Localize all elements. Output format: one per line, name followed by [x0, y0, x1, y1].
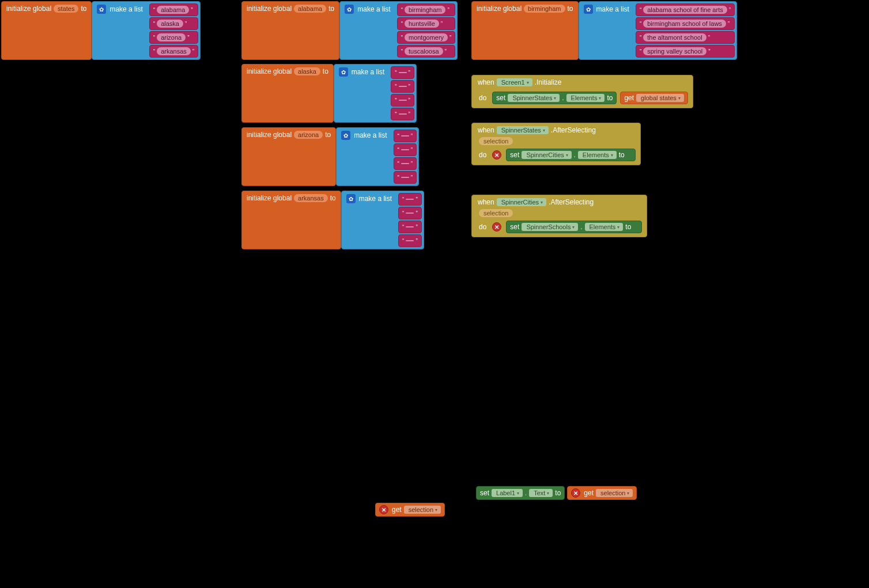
make-list-block[interactable]: ✿ make a list “” “” “” “”	[336, 127, 419, 186]
event-spinnercities-afterselecting[interactable]: when SpinnerCities .AfterSelecting selec…	[471, 195, 647, 237]
event-screen1-initialize[interactable]: when Screen1 .Initialize do set SpinnerS…	[471, 75, 693, 108]
component-dropdown[interactable]: Label1	[492, 489, 523, 497]
gear-icon[interactable]: ✿	[97, 5, 106, 14]
component-dropdown[interactable]: SpinnerStates	[497, 126, 549, 134]
to-label: to	[555, 489, 561, 497]
init-global-arizona[interactable]: initialize global arizona to	[241, 127, 336, 186]
property-dropdown[interactable]: Elements	[578, 151, 617, 159]
param-selection[interactable]: selection	[479, 137, 513, 145]
text-block[interactable]: “birmingham school of laws”	[636, 17, 735, 30]
text-block-empty[interactable]: “”	[391, 66, 414, 79]
var-name-field[interactable]: arkansas	[294, 194, 328, 202]
text-block-empty[interactable]: “”	[394, 130, 417, 142]
text-block-empty[interactable]: “”	[391, 80, 414, 93]
component-dropdown[interactable]: SpinnerStates	[508, 94, 560, 102]
set-label1-text-block[interactable]: set Label1 . Text to	[476, 486, 565, 500]
text-block[interactable]: “arizona”	[149, 31, 198, 44]
text-block[interactable]: “spring valley school”	[636, 45, 735, 58]
var-dropdown[interactable]: selection	[596, 489, 633, 497]
make-list-label: make a list	[359, 195, 392, 203]
set-label: set	[510, 223, 519, 231]
text-block[interactable]: “alabama”	[149, 3, 198, 16]
event-spinnerstates-afterselecting[interactable]: when SpinnerStates .AfterSelecting selec…	[471, 123, 641, 165]
var-name-field[interactable]: alaska	[294, 67, 320, 75]
set-label: set	[480, 489, 489, 497]
to-label: to	[607, 94, 613, 102]
make-list-label: make a list	[354, 131, 387, 139]
init-global-birmingham[interactable]: initialize global birmingham to	[471, 1, 579, 60]
init-global-alaska[interactable]: initialize global alaska to	[241, 64, 334, 123]
var-dropdown[interactable]: global states	[636, 94, 684, 102]
text-block-empty[interactable]: “”	[398, 221, 422, 233]
var-dropdown[interactable]: selection	[404, 506, 441, 514]
set-label: set	[496, 94, 505, 102]
make-list-label: make a list	[357, 5, 390, 13]
set-block[interactable]: set SpinnerStates . Elements to	[492, 92, 617, 104]
init-global-states[interactable]: initialize global states to	[1, 1, 92, 60]
component-dropdown[interactable]: SpinnerCities	[497, 198, 546, 206]
make-list-block[interactable]: ✿ make a list “birmingham” “huntsville” …	[339, 1, 458, 60]
init-global-arkansas[interactable]: initialize global arkansas to	[241, 191, 341, 249]
text-block-empty[interactable]: “”	[394, 143, 417, 156]
var-name-field[interactable]: birmingham	[524, 5, 565, 13]
component-dropdown[interactable]: SpinnerSchools	[522, 223, 578, 231]
to-label: to	[330, 194, 336, 202]
init-global-alabama[interactable]: initialize global alabama to	[241, 1, 339, 60]
make-list-block[interactable]: ✿ make a list “alabama” “alaska” “arizon…	[92, 1, 201, 60]
component-dropdown[interactable]: SpinnerCities	[522, 151, 571, 159]
text-block[interactable]: “arkansas”	[149, 45, 198, 58]
text-block-empty[interactable]: “”	[394, 157, 417, 170]
error-icon[interactable]: ✕	[571, 488, 580, 498]
event-name: .Initialize	[535, 78, 562, 86]
get-selection-block[interactable]: ✕ get selection	[375, 503, 445, 517]
property-dropdown[interactable]: Elements	[566, 94, 605, 102]
text-block-empty[interactable]: “”	[394, 171, 417, 184]
gear-icon[interactable]: ✿	[339, 67, 348, 77]
property-dropdown[interactable]: Elements	[585, 223, 624, 231]
get-label: get	[392, 506, 402, 514]
get-label: get	[624, 94, 634, 102]
text-block[interactable]: “huntsville”	[397, 17, 456, 30]
text-block-empty[interactable]: “”	[398, 193, 422, 206]
param-selection[interactable]: selection	[479, 209, 513, 217]
to-label: to	[323, 67, 328, 75]
error-icon[interactable]: ✕	[492, 222, 501, 232]
error-icon[interactable]: ✕	[379, 505, 388, 514]
make-list-block[interactable]: ✿ make a list “” “” “” “”	[334, 64, 417, 123]
text-block[interactable]: “montgomery”	[397, 31, 456, 44]
make-list-label: make a list	[109, 5, 142, 13]
to-label: to	[325, 131, 331, 139]
gear-icon[interactable]: ✿	[341, 131, 350, 140]
var-name-field[interactable]: alabama	[294, 5, 326, 13]
text-block-empty[interactable]: “”	[398, 234, 422, 247]
when-label: when	[478, 126, 494, 134]
text-block[interactable]: “birmingham”	[397, 3, 456, 16]
do-label: do	[477, 222, 489, 232]
get-block[interactable]: ✕ get selection	[567, 486, 637, 500]
error-icon[interactable]: ✕	[492, 150, 501, 160]
set-block[interactable]: set SpinnerSchools . Elements to	[506, 221, 642, 233]
init-label: initialize global	[247, 67, 292, 75]
text-block[interactable]: “alaska”	[149, 17, 198, 30]
gear-icon[interactable]: ✿	[346, 194, 356, 203]
property-dropdown[interactable]: Text	[529, 489, 553, 497]
text-block[interactable]: “the altamont school”	[636, 31, 735, 44]
to-label: to	[625, 223, 631, 231]
gear-icon[interactable]: ✿	[584, 5, 593, 14]
var-name-field[interactable]: states	[54, 5, 78, 13]
var-name-field[interactable]: arizona	[294, 131, 323, 139]
set-label: set	[510, 151, 519, 159]
get-label: get	[584, 489, 594, 497]
set-block[interactable]: set SpinnerCities . Elements to	[506, 149, 635, 161]
make-list-block[interactable]: ✿ make a list “alabama school of fine ar…	[579, 1, 738, 60]
when-label: when	[478, 198, 494, 206]
text-block-empty[interactable]: “”	[398, 207, 422, 219]
text-block-empty[interactable]: “”	[391, 94, 414, 107]
text-block[interactable]: “tuscaloosa”	[397, 45, 456, 58]
text-block[interactable]: “alabama school of fine arts”	[636, 3, 735, 16]
component-dropdown[interactable]: Screen1	[497, 78, 532, 86]
get-block[interactable]: get global states	[620, 92, 687, 104]
gear-icon[interactable]: ✿	[345, 5, 354, 14]
text-block-empty[interactable]: “”	[391, 108, 414, 120]
make-list-block[interactable]: ✿ make a list “” “” “” “”	[341, 191, 424, 249]
